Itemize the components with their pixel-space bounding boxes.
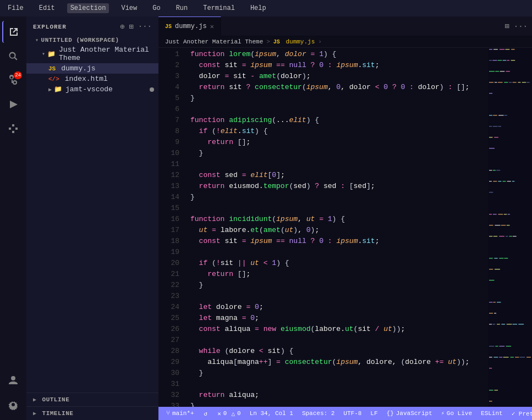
errors-count: 0 <box>223 410 227 417</box>
timeline-section: ▶ TIMELINE <box>26 406 158 420</box>
prettier-status[interactable]: ✓ Prettier <box>507 407 532 420</box>
file-dummy-js[interactable]: JS dummy.js <box>26 63 158 74</box>
branch-status[interactable]: ⑂ main*+ <box>162 407 199 420</box>
breadcrumb: Just Another Material Theme > JS dummy.j… <box>158 36 532 48</box>
main-container: 24 EXPLORER <box>0 16 532 420</box>
code-editor: 1234567891011121314151617181920212223242… <box>158 48 532 407</box>
file-index-html-label: index.html <box>65 75 108 83</box>
run-activity-icon[interactable] <box>2 93 24 115</box>
new-folder-icon[interactable]: ⊞ <box>129 22 133 31</box>
breadcrumb-file-icon: JS <box>273 39 280 45</box>
eslint-status[interactable]: ESLint <box>476 407 507 420</box>
settings-activity-icon[interactable] <box>2 394 24 416</box>
editor-area: JS dummy.js ✕ ⊞ ··· Just Another Materia… <box>158 16 532 420</box>
jamt-folder-icon: 📁 <box>54 85 62 93</box>
breadcrumb-sep2: › <box>318 38 322 45</box>
sidebar-title: EXPLORER <box>33 24 67 30</box>
prettier-label: ✓ Prettier <box>512 410 532 417</box>
menu-selection[interactable]: Selection <box>67 3 109 13</box>
menu-view[interactable]: View <box>118 3 140 13</box>
cursor-position[interactable]: Ln 34, Col 1 <box>245 407 298 420</box>
branch-icon: ⑂ <box>166 410 170 417</box>
encoding-label: UTF-8 <box>343 410 361 417</box>
line-numbers: 1234567891011121314151617181920212223242… <box>158 48 186 407</box>
breadcrumb-sep1: > <box>266 38 270 45</box>
source-control-activity-icon[interactable]: 24 <box>2 69 24 91</box>
account-activity-icon[interactable] <box>2 369 24 391</box>
warnings-count: 0 <box>237 410 241 417</box>
breadcrumb-folder: Just Another Material Theme <box>165 38 263 45</box>
outline-label: OUTLINE <box>42 396 70 403</box>
status-right: Ln 34, Col 1 Spaces: 2 UTF-8 LF {} JavaS… <box>245 407 532 420</box>
sidebar-header: EXPLORER ⊕ ⊞ ··· <box>26 16 158 35</box>
file-index-html[interactable]: </> index.html <box>26 74 158 84</box>
menu-file[interactable]: File <box>4 3 27 13</box>
tab-dummy-js-label: dummy.js <box>175 23 207 30</box>
language-icon: {} <box>387 410 394 417</box>
root-folder-item[interactable]: ▾ 📁 Just Another Material Theme <box>26 45 158 63</box>
workspace-label: UNTITLED (WORKSPACE) <box>41 37 119 43</box>
go-live-label: Go Live <box>447 410 472 417</box>
spaces-status[interactable]: Spaces: 2 <box>298 407 339 420</box>
tab-close-icon[interactable]: ✕ <box>210 23 214 31</box>
cursor-position-label: Ln 34, Col 1 <box>250 410 293 417</box>
outline-section: ▶ OUTLINE <box>26 393 158 406</box>
breadcrumb-file: JS dummy.js <box>273 38 315 45</box>
sync-status[interactable]: ↺ <box>200 407 212 420</box>
tab-bar: JS dummy.js ✕ ⊞ ··· <box>158 16 532 36</box>
menu-run[interactable]: Run <box>173 3 191 13</box>
explorer-activity-icon[interactable] <box>2 21 24 43</box>
tab-dummy-js[interactable]: JS dummy.js ✕ <box>158 16 221 36</box>
go-live-status[interactable]: ⚡ Go Live <box>437 407 476 420</box>
search-activity-icon[interactable] <box>2 45 24 67</box>
menu-go[interactable]: Go <box>149 3 163 13</box>
go-live-icon: ⚡ <box>441 410 445 417</box>
folder-dot-badge <box>150 87 154 92</box>
menu-terminal[interactable]: Terminal <box>200 3 238 13</box>
status-bar: ⑂ main*+ ↺ ✕ 0 △ 0 Ln 34, Col 1 Sp <box>158 407 532 420</box>
root-folder-chevron: ▾ <box>42 51 45 57</box>
timeline-chevron: ▶ <box>33 410 37 417</box>
menubar: File Edit Selection View Go Run Terminal… <box>0 0 532 16</box>
folder-jamt-vscode-label: jamt-vscode <box>65 85 113 93</box>
sync-icon: ↺ <box>204 410 208 417</box>
activity-bar: 24 <box>0 16 26 420</box>
folder-icon: 📁 <box>47 50 56 58</box>
extensions-activity-icon[interactable] <box>2 118 24 140</box>
menu-edit[interactable]: Edit <box>36 3 58 13</box>
warning-icon: △ <box>231 410 235 417</box>
workspace-chevron: ▾ <box>35 37 39 43</box>
timeline-label: TIMELINE <box>42 410 74 417</box>
js-file-icon: JS <box>48 65 56 72</box>
minimap <box>488 48 532 407</box>
tab-js-icon: JS <box>165 24 172 30</box>
folder-jamt-vscode[interactable]: ▶ 📁 jamt-vscode <box>26 84 158 95</box>
file-dummy-js-label: dummy.js <box>61 64 95 73</box>
outline-header[interactable]: ▶ OUTLINE <box>26 393 158 406</box>
language-label: JavaScript <box>396 410 432 417</box>
outline-chevron: ▶ <box>33 396 37 403</box>
more-actions-icon[interactable]: ··· <box>138 22 152 31</box>
encoding-status[interactable]: UTF-8 <box>339 407 366 420</box>
menu-help[interactable]: Help <box>247 3 270 13</box>
explorer-tree: ▾ UNTITLED (WORKSPACE) ▾ 📁 Just Another … <box>26 35 158 393</box>
split-editor-icon[interactable]: ⊞ <box>504 21 509 31</box>
errors-status[interactable]: ✕ 0 △ 0 <box>213 407 245 420</box>
spaces-label: Spaces: 2 <box>302 410 334 417</box>
new-file-icon[interactable]: ⊕ <box>120 22 124 31</box>
source-control-badge: 24 <box>14 71 22 79</box>
activity-bar-bottom <box>2 369 24 420</box>
sidebar: EXPLORER ⊕ ⊞ ··· ▾ UNTITLED (WORKSPACE) … <box>26 16 158 420</box>
jamt-vscode-chevron: ▶ <box>48 86 52 93</box>
branch-label: main*+ <box>172 410 194 417</box>
root-folder-label: Just Another Material Theme <box>59 46 158 62</box>
timeline-header[interactable]: ▶ TIMELINE <box>26 407 158 420</box>
workspace-item[interactable]: ▾ UNTITLED (WORKSPACE) <box>26 36 158 45</box>
error-icon: ✕ <box>217 410 221 417</box>
language-mode-status[interactable]: {} JavaScript <box>382 407 437 420</box>
code-content[interactable]: function lorem(ipsum, dolor = 1) { const… <box>186 48 488 407</box>
tab-bar-more-icon[interactable]: ··· <box>514 22 528 31</box>
status-left: ⑂ main*+ ↺ ✕ 0 △ 0 <box>158 407 245 420</box>
sidebar-header-icons: ⊕ ⊞ ··· <box>120 22 152 31</box>
line-ending-status[interactable]: LF <box>366 407 382 420</box>
